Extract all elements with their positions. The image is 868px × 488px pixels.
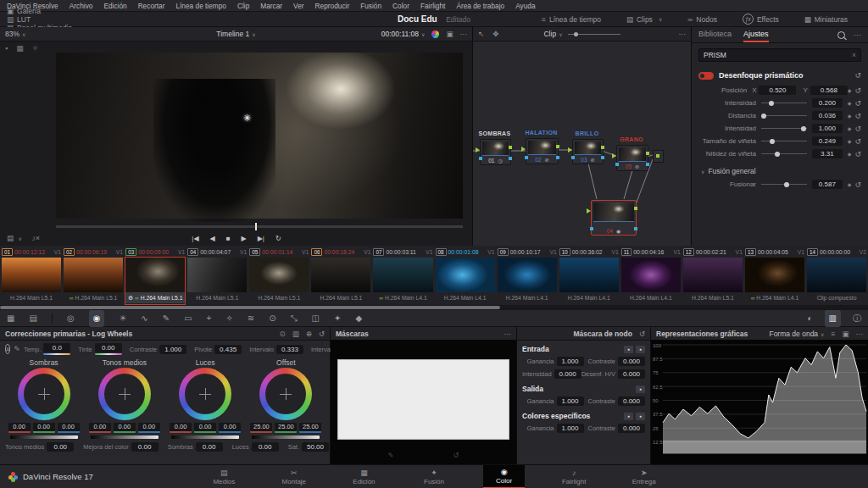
key-input-port[interactable] — [590, 227, 593, 230]
button-lut[interactable]: ▥LUT — [7, 15, 72, 24]
split-screen-icon[interactable]: ▦ — [16, 44, 24, 53]
param-slider-distancia[interactable] — [761, 115, 807, 116]
wheel-value-b[interactable]: 0.00 — [219, 423, 241, 433]
node-zoom-slider[interactable] — [568, 34, 620, 35]
tracker-icon[interactable]: + — [207, 310, 212, 327]
key-input-port[interactable] — [525, 156, 528, 159]
rgb-output-port[interactable] — [634, 207, 637, 210]
hdr-icon[interactable]: ☀ — [119, 310, 126, 327]
stereo3d-icon[interactable]: ◫ — [312, 310, 320, 327]
gallery-stills-icon[interactable]: ▦ — [7, 310, 14, 327]
clip-thumbnail[interactable] — [187, 258, 247, 292]
position-x-value[interactable]: 0.520 — [759, 86, 796, 95]
keyframe-icon[interactable]: ◆ — [848, 113, 852, 119]
rgb-output-port[interactable] — [646, 152, 649, 155]
wheel-value-r[interactable]: 0.00 — [8, 423, 31, 433]
timeline-name-select[interactable]: Timeline 1∨ — [0, 30, 472, 38]
effect-enable-toggle[interactable] — [698, 72, 714, 80]
button-clips[interactable]: ▤Clips∨ — [626, 15, 662, 24]
wheel-value-b[interactable]: 0.00 — [138, 423, 160, 433]
step-back-button[interactable]: ◀ — [210, 235, 215, 242]
param-value[interactable]: 0.00 — [131, 442, 159, 452]
key-output-port[interactable] — [601, 156, 604, 159]
menu-item-ver[interactable]: Ver — [293, 2, 303, 10]
clip-thumbnail[interactable] — [311, 258, 370, 292]
param-value[interactable]: 0.00 — [47, 442, 74, 452]
loop-button[interactable]: ↻ — [275, 235, 281, 242]
page-tab-fairlight[interactable]: ♪Fairlight — [554, 465, 595, 488]
timeline-clip-12[interactable]: 1200:00:02:21V1H.264 Main L5.1 — [682, 247, 743, 305]
button-gallery[interactable]: ▣Galería — [7, 7, 72, 15]
wheel-value-r[interactable]: 0.00 — [89, 423, 111, 433]
timeline-clip-01[interactable]: 0100:00:12:12V1H.264 Main L5.1 — [1, 247, 62, 305]
timeline-clip-11[interactable]: 1100:00:04:16V1H.264 Main L4.1 — [620, 247, 682, 305]
wheel-value-g[interactable]: 0.00 — [194, 423, 216, 433]
param-value[interactable]: 1.000 — [159, 345, 186, 354]
timeline-clip-04[interactable]: 0400:00:04:07V1H.264 Main L5.1 — [186, 247, 248, 305]
position-y-value[interactable]: 0.568 — [810, 86, 848, 95]
wheel-value-r[interactable]: 0.00 — [170, 423, 192, 433]
single-viewer-icon[interactable]: ▪ — [5, 44, 8, 53]
param-value[interactable]: 0.000 — [618, 396, 645, 406]
menu-item-color[interactable]: Color — [392, 2, 409, 10]
more-options-icon[interactable]: ··· — [854, 30, 861, 39]
keyframe-icon[interactable]: ◆ — [848, 87, 852, 93]
keyframe-icon[interactable]: ◆ — [848, 181, 852, 187]
reset-icon[interactable]: ↺ — [854, 150, 861, 158]
menu-item-clip[interactable]: Clip — [237, 2, 249, 10]
param-value[interactable]: 1.000 — [557, 396, 584, 406]
wheel-value-g[interactable]: 0.00 — [114, 423, 136, 433]
sizing-icon[interactable]: ⤡ — [291, 310, 298, 327]
clip-thumbnail[interactable] — [436, 258, 495, 292]
slider-knob[interactable] — [769, 101, 774, 106]
blur-icon[interactable]: ≋ — [248, 310, 254, 327]
node-tree-output[interactable] — [653, 150, 664, 163]
menu-item-ayuda[interactable]: Ayuda — [515, 2, 535, 10]
param-value[interactable]: 0.000 — [554, 369, 581, 379]
rgb-output-port[interactable] — [509, 146, 512, 149]
timeline-clip-13[interactable]: 1300:00:04:05V1∞H.264 Main L4.1 — [744, 247, 805, 305]
magic-mask-icon[interactable]: ✧ — [225, 310, 232, 327]
color-wheel-offset[interactable] — [259, 368, 312, 420]
timeline-clip-08[interactable]: 0800:00:01:08V1H.264 Main L4.1 — [435, 247, 496, 305]
menu-item-reproducir[interactable]: Reproducir — [315, 2, 350, 10]
key-output-port[interactable] — [509, 157, 512, 160]
scope-settings-icon[interactable]: ≡ — [832, 330, 836, 338]
expand-icon[interactable]: ▣ — [842, 330, 849, 338]
slider-knob[interactable] — [775, 152, 780, 157]
matte-mode-button[interactable]: ● — [624, 413, 633, 420]
node-graph[interactable]: SOMBRAS01◷HALATION02⊘BRILLO03⊘GRANO05⊘04… — [473, 41, 691, 246]
key-input-port[interactable] — [615, 163, 619, 166]
qualifier-icon[interactable]: ✎ — [163, 310, 170, 327]
param-value[interactable]: 0.333 — [276, 345, 303, 354]
viewer-scrub-bar[interactable] — [56, 225, 463, 228]
wheel-value-b[interactable]: 0.00 — [58, 423, 80, 433]
wheel-value-g[interactable]: 0.00 — [33, 423, 55, 433]
keyframe-icon[interactable]: ◆ — [848, 100, 852, 106]
timeline-clip-14[interactable]: 1400:00:00:00V2Clip compuesto — [806, 247, 867, 305]
menu-item-edicion[interactable]: Edición — [103, 2, 126, 10]
reset-icon[interactable]: ↺ — [854, 112, 861, 120]
param-value[interactable]: 1.000 — [557, 424, 584, 433]
timeline-clip-05[interactable]: 0500:00:01:14V1H.264 Main L5.1 — [248, 247, 309, 305]
keyframes-icon[interactable]: ◆ — [355, 310, 362, 327]
param-value[interactable]: 0.000 — [618, 357, 645, 366]
param-value[interactable]: 0.249 — [812, 136, 843, 146]
master-wheel[interactable] — [10, 435, 78, 439]
reset-icon[interactable]: ↺ — [854, 180, 861, 189]
menu-item-fusion[interactable]: Fusión — [360, 2, 381, 10]
zoom-icon[interactable]: ⊕ — [306, 330, 312, 338]
param-value[interactable]: 0.000 — [618, 369, 645, 379]
clip-thumbnail[interactable] — [2, 258, 61, 292]
key-output-port[interactable] — [556, 156, 559, 159]
info-icon[interactable]: ⓘ — [853, 310, 861, 327]
slider-knob[interactable] — [770, 139, 775, 144]
corrector-node-02[interactable]: 02⊘ — [526, 138, 559, 164]
reset-icon[interactable]: ↺ — [854, 71, 861, 80]
camera-raw-icon[interactable]: ◎ — [67, 310, 75, 327]
stop-button[interactable]: ■ — [226, 235, 231, 242]
clip-thumbnail[interactable] — [64, 258, 123, 292]
timeline-thumbs-icon[interactable]: ▤ — [29, 310, 36, 327]
wheel-value-g[interactable]: 25.00 — [275, 423, 297, 433]
param-value[interactable]: 3.31 — [812, 149, 843, 158]
